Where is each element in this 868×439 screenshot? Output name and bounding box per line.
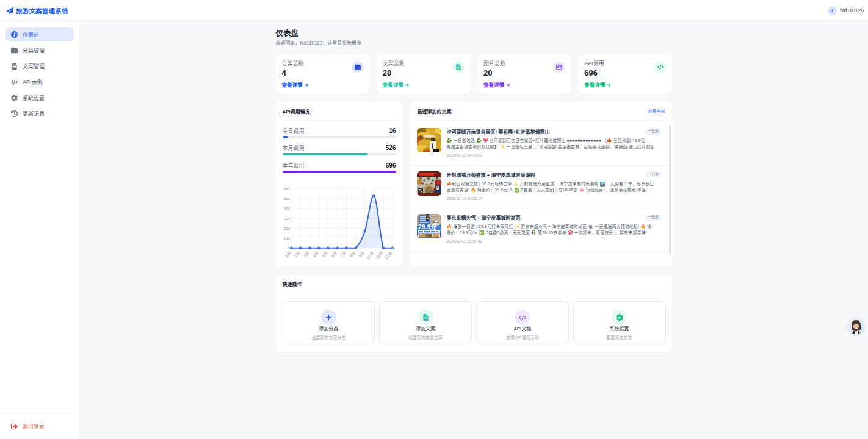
svg-text:400: 400 bbox=[283, 207, 290, 210]
svg-text:3月: 3月 bbox=[302, 251, 310, 259]
svg-text:2月: 2月 bbox=[293, 251, 301, 259]
svg-text:600: 600 bbox=[283, 187, 290, 190]
svg-text:5月: 5月 bbox=[321, 251, 329, 259]
svg-text:10月: 10月 bbox=[365, 251, 374, 259]
svg-text:7月: 7月 bbox=[339, 251, 347, 259]
svg-text:500: 500 bbox=[283, 197, 290, 201]
svg-text:200: 200 bbox=[283, 226, 290, 230]
svg-text:6月: 6月 bbox=[330, 251, 338, 259]
svg-text:12月: 12月 bbox=[384, 251, 393, 259]
svg-text:100: 100 bbox=[283, 237, 290, 240]
svg-text:0: 0 bbox=[288, 246, 290, 250]
svg-text:300: 300 bbox=[283, 216, 290, 220]
svg-text:8月: 8月 bbox=[349, 251, 356, 259]
svg-text:4月: 4月 bbox=[311, 251, 319, 259]
svg-text:29.9元: 29.9元 bbox=[418, 224, 436, 230]
svg-text:1月: 1月 bbox=[284, 251, 292, 259]
svg-text:11月: 11月 bbox=[375, 251, 384, 259]
svg-text:9月: 9月 bbox=[358, 251, 366, 259]
